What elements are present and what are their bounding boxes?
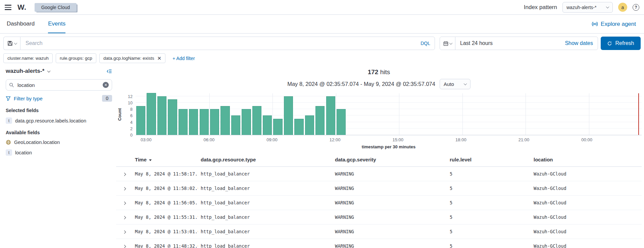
histogram-bar[interactable]: [263, 115, 272, 135]
histogram-bar[interactable]: [179, 109, 188, 135]
query-bar: DQL Last 24 hours Show dates Refresh: [3, 37, 641, 50]
x-tick-label: 03:00: [141, 137, 152, 142]
histogram-bar[interactable]: [252, 106, 261, 135]
x-tick-label: 18:00: [455, 137, 466, 142]
histogram-bar[interactable]: [305, 115, 314, 135]
cell-level: 5: [447, 167, 531, 181]
histogram-bar[interactable]: [284, 96, 293, 135]
histogram-bar[interactable]: [136, 106, 145, 135]
cell-location: Wazuh-GCloud: [531, 196, 642, 210]
cell-level: 5: [447, 239, 531, 248]
expand-row-icon[interactable]: [123, 245, 126, 248]
column-header-label: rule.level: [450, 157, 472, 162]
discover-content: 172 hits May 8, 2024 @ 02:35:57.074 - Ma…: [116, 68, 644, 248]
field-item[interactable]: GeoLocation.location: [6, 140, 112, 145]
interval-select[interactable]: Auto: [440, 79, 470, 89]
clear-search-icon[interactable]: ✕: [103, 82, 109, 88]
column-header-label: data.gcp.resource.type: [201, 157, 256, 162]
histogram-bar[interactable]: [220, 106, 230, 135]
cell-severity: WARNING: [332, 210, 447, 225]
histogram-bar[interactable]: [315, 106, 325, 135]
histogram-bar[interactable]: [147, 93, 156, 135]
save-query-button[interactable]: [3, 37, 20, 50]
filter-pill[interactable]: data.gcp.logName: exists✕: [99, 53, 165, 63]
cell-time: May 8, 2024 @ 11:58:02.073: [132, 181, 198, 196]
column-header-location[interactable]: location: [531, 155, 642, 167]
v-gridline: [589, 93, 589, 135]
cell-location: Wazuh-GCloud: [531, 210, 642, 225]
field-item[interactable]: tdata.gcp.resource.labels.location: [6, 117, 112, 124]
show-dates-button[interactable]: Show dates: [560, 40, 598, 46]
time-range-value[interactable]: Last 24 hours: [455, 40, 560, 46]
v-gridline: [526, 93, 526, 135]
expand-row-icon[interactable]: [123, 187, 126, 191]
histogram-bar[interactable]: [168, 99, 177, 135]
help-icon[interactable]: ?: [633, 4, 639, 11]
chevron-down-icon: [14, 41, 17, 45]
column-header-time[interactable]: Time: [132, 155, 198, 167]
column-header-data-gcp-severity[interactable]: data.gcp.severity: [332, 155, 447, 167]
filter-pill[interactable]: rule.groups: gcp: [56, 53, 96, 63]
field-item[interactable]: tlocation: [6, 149, 112, 156]
wazuh-logo[interactable]: W.: [17, 3, 27, 12]
cell-severity: WARNING: [332, 239, 447, 248]
tab-events[interactable]: Events: [48, 15, 65, 33]
filter-icon: [6, 96, 11, 101]
signal-icon: [592, 21, 598, 27]
histogram-bar[interactable]: [210, 109, 219, 135]
filter-pill[interactable]: cluster.name: wazuh: [3, 53, 53, 63]
histogram-bar[interactable]: [231, 115, 240, 135]
add-filter-button[interactable]: + Add filter: [172, 56, 195, 61]
cell-time: May 8, 2024 @ 11:58:17.503: [132, 167, 198, 181]
field-name: location: [15, 150, 32, 155]
sidebar-index-pattern[interactable]: wazuh-alerts-*: [6, 68, 50, 75]
column-header-rule-level[interactable]: rule.level: [447, 155, 531, 167]
avatar[interactable]: a: [618, 3, 627, 12]
field-search-input[interactable]: [17, 82, 100, 88]
histogram-bar[interactable]: [189, 109, 198, 135]
query-language-button[interactable]: DQL: [417, 41, 430, 46]
x-tick-label: 09:00: [266, 137, 278, 142]
expand-row-icon[interactable]: [123, 231, 126, 234]
explore-agent-link[interactable]: Explore agent: [592, 15, 637, 33]
expand-row-icon[interactable]: [123, 216, 126, 219]
collapse-sidebar-button[interactable]: [106, 68, 112, 74]
v-gridline: [146, 93, 146, 135]
column-header-data-gcp-resource-type[interactable]: data.gcp.resource.type: [198, 155, 332, 167]
histogram-bar[interactable]: [273, 119, 282, 135]
remove-filter-icon[interactable]: ✕: [157, 57, 161, 60]
histogram-bar[interactable]: [157, 96, 166, 135]
sort-caret-icon[interactable]: [149, 159, 152, 161]
chevron-down-icon: [463, 82, 467, 85]
calendar-button[interactable]: [440, 37, 455, 50]
histogram-bar[interactable]: [337, 109, 346, 135]
expand-row-icon[interactable]: [123, 173, 126, 176]
histogram-bar[interactable]: [242, 109, 251, 135]
histogram-plot[interactable]: [136, 93, 642, 135]
menu-icon[interactable]: [5, 5, 12, 10]
cell-time: May 8, 2024 @ 11:48:32.614: [132, 239, 198, 248]
tab-dashboard[interactable]: Dashboard: [7, 15, 35, 33]
y-tick-label: 0: [130, 133, 133, 138]
index-pattern-select[interactable]: wazuh-alerts-*: [562, 2, 613, 13]
v-gridline: [336, 93, 336, 135]
y-tick-label: 12: [128, 94, 133, 99]
cell-location: Wazuh-GCloud: [531, 225, 642, 239]
filter-by-type[interactable]: Filter by type 0: [6, 95, 112, 102]
chevron-down-icon: [449, 41, 452, 45]
expand-row-icon[interactable]: [123, 202, 126, 205]
y-tick-label: 8: [130, 107, 133, 112]
current-time-marker: [638, 93, 639, 135]
refresh-button[interactable]: Refresh: [601, 37, 641, 50]
explore-agent-label: Explore agent: [601, 21, 636, 28]
histogram-bar[interactable]: [326, 96, 335, 135]
index-pattern-value: wazuh-alerts-*: [566, 5, 596, 10]
geo-field-icon: [6, 140, 11, 145]
histogram-bar[interactable]: [294, 119, 303, 135]
histogram-bar[interactable]: [200, 109, 209, 135]
filter-pill-label: cluster.name: wazuh: [7, 56, 49, 61]
save-icon: [7, 41, 13, 46]
y-tick-label: 6: [130, 113, 133, 118]
search-input[interactable]: [25, 40, 417, 47]
cell-time: May 8, 2024 @ 11:53:01.012: [132, 225, 198, 239]
